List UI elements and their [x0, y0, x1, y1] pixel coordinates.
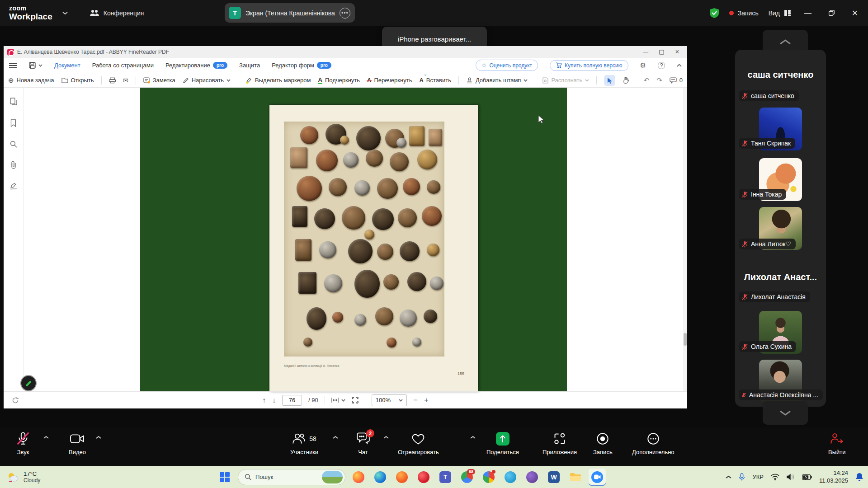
chat-caret-icon[interactable]	[383, 436, 389, 439]
underline-button[interactable]: А Подчеркнуть	[318, 76, 360, 84]
start-button[interactable]	[216, 469, 233, 486]
attachment-icon[interactable]	[10, 161, 17, 169]
chevron-down-icon[interactable]	[62, 11, 68, 15]
taskbar-app-zoom[interactable]	[589, 469, 606, 486]
menu-protection[interactable]: Защита	[239, 62, 260, 69]
taskbar-app-opera[interactable]	[415, 469, 432, 486]
battery-icon[interactable]	[802, 474, 812, 480]
menu-editing[interactable]: Редактирование pro	[165, 62, 227, 69]
pages-panel-icon[interactable]	[10, 98, 17, 106]
tab-meeting[interactable]: Конференция	[90, 9, 144, 17]
hamburger-icon[interactable]	[9, 62, 17, 69]
medal	[377, 244, 393, 260]
search-highlight-thumbnail[interactable]	[322, 471, 343, 483]
tray-expand-icon[interactable]	[726, 475, 731, 479]
zoom-level-select[interactable]: 100%	[372, 394, 407, 406]
participants-button[interactable]: 58 Участники	[290, 432, 318, 455]
page-down-icon[interactable]: ↓	[272, 396, 276, 404]
vertical-scrollbar[interactable]	[683, 88, 687, 391]
record-button[interactable]: Запись	[593, 432, 613, 455]
save-button[interactable]	[29, 62, 42, 69]
document-viewport[interactable]: Медалі і жетони з колекції А. Фесенка 15…	[140, 88, 567, 391]
recognize-button[interactable]: Распознать	[542, 77, 589, 84]
comments-button[interactable]: 0	[670, 77, 683, 84]
buy-full-version-button[interactable]: Купить полную версию	[550, 60, 628, 71]
fr-close-button[interactable]: ×	[671, 47, 684, 56]
signature-icon[interactable]	[10, 183, 17, 190]
page-number-input[interactable]	[282, 395, 302, 406]
quick-pen-button[interactable]	[20, 375, 37, 391]
tab-options-icon[interactable]: •••	[340, 8, 350, 19]
taskbar-app-telegram[interactable]	[502, 469, 519, 486]
audio-caret-icon[interactable]	[43, 436, 49, 439]
settings-gear-icon[interactable]: ⚙	[640, 61, 646, 70]
email-icon[interactable]: ✉	[123, 77, 128, 84]
more-button[interactable]: Дополнительно	[632, 432, 675, 455]
chat-button[interactable]: 2 Чат	[356, 432, 370, 455]
leave-button[interactable]: Выйти	[828, 432, 846, 455]
video-caret-icon[interactable]	[96, 436, 101, 439]
open-button[interactable]: Открыть	[61, 77, 94, 84]
menu-forms[interactable]: Редактор форм pro	[272, 62, 331, 69]
collapse-ribbon-icon[interactable]	[677, 64, 682, 67]
notification-bell-icon[interactable]	[855, 473, 863, 482]
search-box[interactable]: Пошук	[238, 469, 345, 485]
highlight-button[interactable]: Выделить маркером	[245, 77, 311, 84]
search-icon[interactable]	[10, 141, 17, 148]
react-button[interactable]: Отреагировать	[398, 432, 439, 455]
menu-document[interactable]: Документ	[54, 62, 80, 69]
taskbar-app-chrome-2[interactable]	[480, 469, 497, 486]
tray-mic-icon[interactable]	[739, 473, 745, 481]
audio-button[interactable]: Звук	[16, 432, 30, 455]
scrollbar-thumb[interactable]	[684, 333, 687, 346]
react-caret-icon[interactable]	[470, 436, 476, 439]
taskbar-app-brave[interactable]	[393, 469, 410, 486]
strikethrough-button[interactable]: А Перечеркнуть	[367, 77, 412, 84]
close-button[interactable]: ×	[848, 6, 862, 20]
security-shield-icon[interactable]	[709, 8, 719, 19]
participants-caret-icon[interactable]	[333, 436, 338, 439]
page-up-icon[interactable]: ↑	[262, 396, 266, 404]
print-icon[interactable]	[109, 77, 116, 84]
taskbar-app-viber[interactable]	[524, 469, 541, 486]
restore-button[interactable]	[825, 6, 838, 20]
share-button[interactable]: Поделиться	[486, 432, 519, 455]
fit-width-button[interactable]	[331, 397, 345, 403]
taskbar-app-chrome-1[interactable]: 88	[458, 469, 476, 486]
wifi-icon[interactable]	[771, 474, 779, 480]
tab-shared-screen[interactable]: Т Экран (Тетяна Крашеніннікова •••	[225, 3, 355, 23]
select-tool-button[interactable]	[604, 75, 615, 86]
draw-button[interactable]: Нарисовать	[183, 77, 231, 84]
clock[interactable]: 14:24 11.03.2025	[819, 469, 848, 484]
rotate-page-icon[interactable]	[12, 397, 19, 404]
language-indicator[interactable]: УКР	[752, 474, 764, 480]
view-button[interactable]: Вид	[769, 9, 791, 17]
bookmark-icon[interactable]	[10, 119, 16, 127]
menu-pages[interactable]: Работа со страницами	[92, 62, 154, 69]
fr-restore-button[interactable]	[655, 47, 668, 56]
weather-widget[interactable]: 17°C Cloudy	[6, 470, 40, 483]
taskbar-app-word[interactable]: W	[545, 469, 562, 486]
stamp-button[interactable]: Добавить штамп	[466, 77, 528, 84]
taskbar-app-firefox[interactable]	[350, 469, 367, 486]
hand-tool-icon[interactable]	[623, 77, 629, 84]
video-button[interactable]: Видео	[69, 432, 86, 455]
undo-icon[interactable]: ↶	[644, 76, 650, 84]
taskbar-app-teams[interactable]: T	[437, 469, 454, 486]
minimize-button[interactable]: —	[801, 6, 815, 20]
redo-icon[interactable]: ↷	[656, 76, 662, 84]
volume-icon[interactable]	[787, 474, 795, 480]
zoom-out-button[interactable]: −	[413, 396, 418, 405]
apps-button[interactable]: Приложения	[542, 432, 577, 455]
new-task-button[interactable]: ⊕ Новая задача	[8, 76, 54, 84]
rate-product-button[interactable]: ☆ Оценить продукт	[476, 60, 538, 71]
fullscreen-icon[interactable]	[352, 397, 359, 404]
participants-scroll-down[interactable]	[763, 401, 808, 425]
taskbar-app-explorer[interactable]	[567, 469, 584, 486]
zoom-in-button[interactable]: +	[424, 396, 429, 405]
help-icon[interactable]: ?	[658, 62, 665, 69]
insert-text-button[interactable]: А Вставить	[419, 77, 451, 84]
fr-minimize-button[interactable]: —	[639, 47, 652, 56]
note-button[interactable]: Заметка	[143, 77, 175, 84]
taskbar-app-edge[interactable]	[372, 469, 389, 486]
